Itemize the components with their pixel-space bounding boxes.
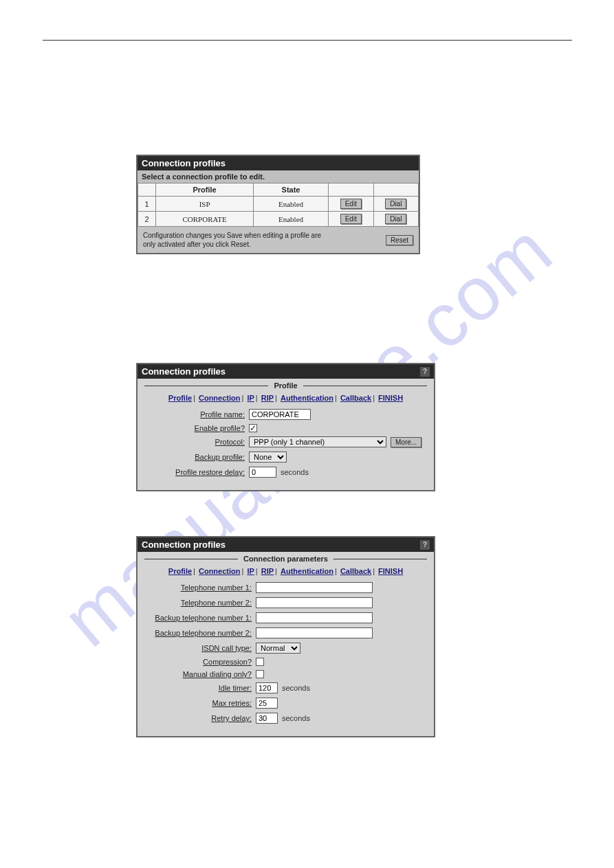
row0-profile: ISP (156, 197, 254, 212)
dial-button[interactable]: Dial (385, 214, 406, 224)
connection-profiles-list-panel: Connection profiles Select a connection … (136, 155, 420, 254)
btel2-label: Backup telephone number 2: (146, 629, 256, 637)
table-row: 2 CORPORATE Enabled Edit Dial (138, 212, 419, 227)
backup-profile-select[interactable]: None (249, 452, 287, 463)
compression-checkbox[interactable] (256, 658, 264, 666)
panel2-section-bar: Profile (144, 381, 427, 390)
panel3-header: Connection profiles ? (138, 537, 434, 552)
restore-delay-input[interactable] (249, 467, 276, 478)
tel2-label: Telephone number 2: (146, 599, 256, 607)
enable-profile-label: Enable profile? (146, 424, 249, 432)
edit-button[interactable]: Edit (340, 214, 362, 224)
panel2-form: Profile name: Enable profile? ✓ Protocol… (138, 409, 434, 490)
help-icon[interactable]: ? (420, 540, 430, 550)
maxretries-input[interactable] (256, 698, 278, 709)
nav-profile[interactable]: Profile (168, 567, 192, 575)
idle-input[interactable] (256, 682, 278, 693)
tel1-input[interactable] (256, 582, 373, 593)
isdn-select[interactable]: Normal (256, 643, 300, 654)
page-top-divider (43, 40, 572, 41)
nav-authentication[interactable]: Authentication (281, 567, 333, 575)
nav-callback[interactable]: Callback (340, 394, 371, 402)
nav-connection[interactable]: Connection (199, 394, 241, 402)
connection-profiles-profile-panel: Connection profiles ? Profile Profile| C… (136, 363, 435, 491)
compression-label: Compression? (146, 658, 256, 666)
row1-idx: 2 (138, 212, 156, 227)
connection-profiles-connection-panel: Connection profiles ? Connection paramet… (136, 536, 435, 737)
protocol-label: Protocol: (146, 438, 249, 446)
nav-ip[interactable]: IP (247, 567, 254, 575)
nav-profile[interactable]: Profile (168, 394, 192, 402)
profile-name-label: Profile name: (146, 410, 249, 419)
help-icon[interactable]: ? (420, 367, 430, 377)
panel2-section-text: Profile (268, 381, 303, 390)
retrydelay-input[interactable] (256, 713, 278, 724)
panel2-nav: Profile| Connection| IP| RIP| Authentica… (138, 394, 434, 402)
th-idx (138, 183, 156, 197)
nav-authentication[interactable]: Authentication (281, 394, 333, 402)
retrydelay-suffix: seconds (278, 714, 310, 722)
panel3-form: Telephone number 1: Telephone number 2: … (138, 582, 434, 736)
panel2-title: Connection profiles (142, 366, 226, 377)
row1-state: Enabled (253, 212, 328, 227)
manual-label: Manual dialing only? (146, 670, 256, 678)
row0-state: Enabled (253, 197, 328, 212)
btel1-label: Backup telephone number 1: (146, 614, 256, 622)
row0-idx: 1 (138, 197, 156, 212)
reset-button[interactable]: Reset (386, 235, 413, 245)
manual-checkbox[interactable] (256, 670, 264, 678)
protocol-select[interactable]: PPP (only 1 channel) (249, 436, 386, 447)
panel1-header: Connection profiles (138, 156, 419, 170)
nav-connection[interactable]: Connection (199, 567, 241, 575)
panel3-nav: Profile| Connection| IP| RIP| Authentica… (138, 567, 434, 575)
tel1-label: Telephone number 1: (146, 583, 256, 592)
backup-profile-label: Backup profile: (146, 453, 249, 461)
dial-button[interactable]: Dial (385, 199, 406, 209)
profile-name-input[interactable] (249, 409, 311, 420)
panel1-title: Connection profiles (142, 158, 226, 168)
th-dial (373, 183, 418, 197)
restore-delay-label: Profile restore delay: (146, 468, 249, 476)
row1-profile: CORPORATE (156, 212, 254, 227)
panel3-section-text: Connection parameters (238, 555, 333, 563)
retrydelay-label: Retry delay: (146, 714, 256, 722)
isdn-label: ISDN call type: (146, 644, 256, 652)
nav-finish[interactable]: FINISH (378, 567, 403, 575)
table-row: 1 ISP Enabled Edit Dial (138, 197, 419, 212)
tel2-input[interactable] (256, 597, 373, 608)
th-edit (329, 183, 373, 197)
panel2-header: Connection profiles ? (138, 364, 434, 379)
nav-callback[interactable]: Callback (340, 567, 371, 575)
nav-ip[interactable]: IP (247, 394, 254, 402)
idle-label: Idle timer: (146, 684, 256, 692)
restore-delay-suffix: seconds (276, 468, 309, 476)
maxretries-label: Max retries: (146, 699, 256, 707)
idle-suffix: seconds (278, 684, 310, 692)
th-profile: Profile (156, 183, 254, 197)
more-button[interactable]: More... (391, 437, 421, 447)
enable-profile-checkbox[interactable]: ✓ (249, 424, 257, 432)
btel1-input[interactable] (256, 612, 373, 623)
panel1-footer-text: Configuration changes you Save when edit… (143, 231, 322, 249)
edit-button[interactable]: Edit (340, 199, 362, 209)
th-state: State (253, 183, 328, 197)
panel3-title: Connection profiles (142, 539, 226, 550)
nav-finish[interactable]: FINISH (378, 394, 403, 402)
panel3-section-bar: Connection parameters (144, 555, 427, 563)
nav-rip[interactable]: RIP (261, 394, 274, 402)
table-header-row: Profile State (138, 183, 419, 197)
profiles-table: Profile State 1 ISP Enabled Edit Dial 2 … (138, 183, 419, 227)
btel2-input[interactable] (256, 627, 373, 638)
panel1-instruction: Select a connection profile to edit. (138, 170, 419, 183)
panel1-footer: Configuration changes you Save when edit… (138, 227, 419, 253)
nav-rip[interactable]: RIP (261, 567, 274, 575)
